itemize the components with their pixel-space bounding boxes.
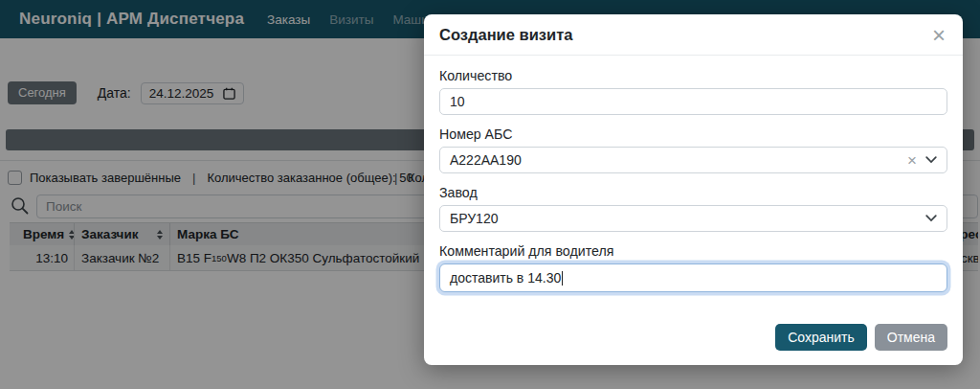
quantity-label: Количество — [439, 68, 947, 83]
driver-comment-label: Комментарий для водителя — [439, 243, 947, 259]
save-button[interactable]: Сохранить — [775, 324, 867, 351]
quantity-field[interactable] — [439, 88, 947, 115]
chevron-down-icon[interactable] — [925, 156, 937, 164]
create-visit-modal: Создание визита × Количество Номер АБС А… — [424, 14, 963, 365]
plant-label: Завод — [439, 185, 947, 200]
close-icon[interactable]: × — [930, 27, 947, 44]
plant-select[interactable]: БРУ120 — [439, 205, 947, 232]
abs-number-select[interactable]: А222АА190 × — [439, 147, 947, 173]
clear-icon[interactable]: × — [907, 152, 917, 169]
modal-title: Создание визита — [439, 26, 572, 44]
abs-number-label: Номер АБС — [439, 126, 947, 142]
modal-footer: Сохранить Отмена — [424, 324, 963, 365]
text-caret — [562, 271, 563, 286]
cancel-button[interactable]: Отмена — [875, 324, 947, 351]
modal-header: Создание визита × — [424, 14, 963, 56]
chevron-down-icon[interactable] — [925, 215, 937, 222]
modal-body: Количество Номер АБС А222АА190 × Завод Б… — [424, 56, 963, 304]
app-window: Neuroniq | АРМ Диспетчера Заказы Визиты … — [0, 0, 980, 389]
driver-comment-field[interactable]: доставить в 14.30 — [439, 263, 947, 292]
